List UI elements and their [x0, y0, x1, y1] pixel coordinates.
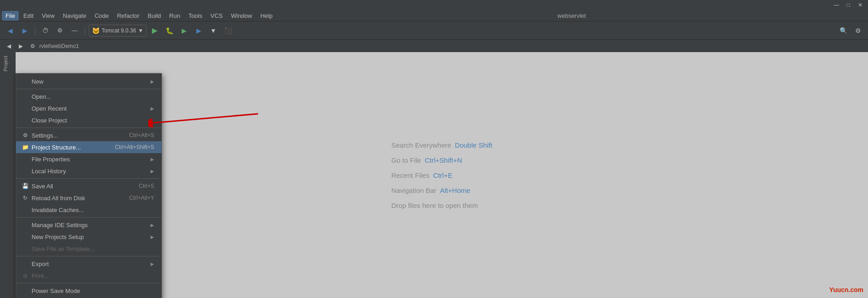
- menu-window[interactable]: Window: [227, 11, 256, 21]
- annotation-arrow: [148, 96, 263, 132]
- menu-entry-power-save[interactable]: Power Save Mode: [16, 285, 162, 297]
- coverage-button[interactable]: ▶: [178, 24, 190, 37]
- new-arrow: ▶: [151, 79, 154, 84]
- export-arrow: ▶: [151, 261, 154, 266]
- breadcrumb: rvlet\webDemo1: [39, 43, 79, 49]
- separator-2: [16, 128, 162, 128]
- menu-entry-project-structure[interactable]: 📁 Project Structure... Ctrl+Alt+Shift+S: [16, 141, 162, 153]
- separator-4: [16, 217, 162, 218]
- forward-button[interactable]: ▶: [18, 24, 31, 37]
- open-recent-label: Open Recent: [32, 105, 67, 112]
- menu-view[interactable]: View: [38, 11, 58, 21]
- close-project-label: Close Project: [32, 117, 67, 124]
- menu-navigate[interactable]: Navigate: [59, 11, 90, 21]
- local-history-label: Local History: [32, 168, 66, 175]
- toolbar-separator-2: [85, 26, 85, 35]
- new-projects-arrow: ▶: [151, 234, 154, 239]
- reload-icon: ↻: [22, 194, 29, 202]
- menu-entry-reload[interactable]: ↻ Reload All from Disk Ctrl+Alt+Y: [16, 192, 162, 204]
- menu-vcs[interactable]: VCS: [207, 11, 226, 21]
- settings-gear-button[interactable]: ⚙: [852, 24, 864, 37]
- title-bar: — □ ✕: [0, 0, 868, 10]
- open-icon: [22, 93, 29, 100]
- reload-label: Reload All from Disk: [32, 195, 85, 202]
- hint-nav-shortcut: Alt+Home: [440, 186, 470, 194]
- run-button[interactable]: ▶: [148, 24, 161, 37]
- nav-settings[interactable]: ⚙: [27, 41, 38, 51]
- profile-dropdown[interactable]: ▼: [207, 24, 220, 37]
- stop-button[interactable]: ⬛: [221, 24, 234, 37]
- open-recent-icon: [22, 105, 29, 112]
- hint-search-text: Search Everywhere: [391, 141, 451, 149]
- run-config-selector[interactable]: 🐱 Tomcat 9.0.36 ▼: [89, 25, 146, 37]
- open-label: Open...: [32, 93, 51, 100]
- svg-line-1: [153, 114, 258, 123]
- menu-run[interactable]: Run: [166, 11, 184, 21]
- menu-entry-manage-ide[interactable]: Manage IDE Settings ▶: [16, 219, 162, 231]
- manage-ide-arrow: ▶: [151, 223, 154, 228]
- menu-entry-save-all[interactable]: 💾 Save All Ctrl+S: [16, 180, 162, 192]
- menu-build[interactable]: Build: [144, 11, 165, 21]
- menu-entry-invalidate[interactable]: Invalidate Caches...: [16, 204, 162, 216]
- separator-1: [16, 89, 162, 89]
- menu-entry-new-projects[interactable]: New Projects Setup ▶: [16, 231, 162, 243]
- run-config-arrow: ▼: [138, 27, 143, 34]
- menu-entry-file-properties[interactable]: File Properties ▶: [16, 153, 162, 165]
- hint-goto-text: Go to File: [391, 156, 421, 164]
- menu-entry-open[interactable]: Open...: [16, 90, 162, 102]
- hint-recent: Recent Files Ctrl+E: [391, 171, 492, 179]
- menu-file[interactable]: File: [2, 11, 19, 21]
- hint-recent-text: Recent Files: [391, 171, 429, 179]
- recent-files-button[interactable]: ⏱: [39, 24, 52, 37]
- hint-search: Search Everywhere Double Shift: [391, 141, 492, 149]
- minimize-button[interactable]: —: [832, 1, 841, 9]
- menu-entry-new[interactable]: New ▶: [16, 75, 162, 87]
- menu-help[interactable]: Help: [257, 11, 276, 21]
- hint-drop-files: Drop files here to open them: [391, 202, 492, 209]
- menu-tools[interactable]: Tools: [185, 11, 206, 21]
- project-structure-label: Project Structure...: [32, 144, 81, 151]
- hint-nav-text: Navigation Bar: [391, 186, 436, 194]
- export-icon: [22, 260, 29, 267]
- editor-area: New ▶ Open... Open Recent: [16, 52, 868, 298]
- new-projects-icon: [22, 233, 29, 240]
- settings-button[interactable]: ⚙: [54, 24, 66, 37]
- close-project-icon: [22, 117, 29, 124]
- menu-entry-print: 🖨 Print...: [16, 270, 162, 282]
- menu-refactor[interactable]: Refactor: [113, 11, 143, 21]
- search-everywhere-button[interactable]: 🔍: [837, 24, 850, 37]
- menu-edit[interactable]: Edit: [20, 11, 37, 21]
- maximize-button[interactable]: □: [844, 1, 852, 9]
- menu-entry-close-project[interactable]: Close Project: [16, 114, 162, 126]
- debug-button[interactable]: 🐛: [163, 24, 176, 37]
- nav-forward[interactable]: ▶: [16, 41, 26, 51]
- menu-entry-local-history[interactable]: Local History ▶: [16, 165, 162, 177]
- file-properties-label: File Properties: [32, 156, 70, 163]
- menu-entry-save-template: Save File as Template...: [16, 243, 162, 255]
- menu-entry-settings[interactable]: ⚙ Settings... Ctrl+Alt+S: [16, 129, 162, 141]
- save-all-shortcut: Ctrl+S: [139, 183, 154, 189]
- project-panel-label[interactable]: Project: [2, 54, 9, 73]
- invalidate-label: Invalidate Caches...: [32, 207, 84, 213]
- sidebar-icon-strip: Project: [0, 52, 11, 298]
- menu-entry-export[interactable]: Export ▶: [16, 258, 162, 270]
- new-projects-label: New Projects Setup: [32, 234, 84, 240]
- open-recent-arrow: ▶: [151, 106, 154, 111]
- window-title: webservlet: [557, 12, 586, 19]
- save-template-icon: [22, 245, 29, 252]
- back-button[interactable]: ◀: [4, 24, 16, 37]
- settings-icon: ⚙: [22, 132, 29, 139]
- menu-bar: File Edit View Navigate Code Refactor Bu…: [0, 10, 868, 21]
- save-all-icon: 💾: [22, 182, 29, 190]
- nav-bar: ◀ ▶ ⚙ rvlet\webDemo1: [0, 39, 868, 52]
- power-save-label: Power Save Mode: [32, 287, 80, 294]
- close-button[interactable]: ✕: [856, 1, 864, 9]
- close-tab-button[interactable]: —: [68, 24, 81, 37]
- project-panel: [11, 52, 16, 298]
- separator-5: [16, 256, 162, 256]
- menu-code[interactable]: Code: [91, 11, 113, 21]
- nav-back[interactable]: ◀: [4, 41, 14, 51]
- menu-entry-open-recent[interactable]: Open Recent ▶: [16, 102, 162, 114]
- profile-button[interactable]: ▶: [192, 24, 205, 37]
- project-structure-shortcut: Ctrl+Alt+Shift+S: [115, 144, 154, 150]
